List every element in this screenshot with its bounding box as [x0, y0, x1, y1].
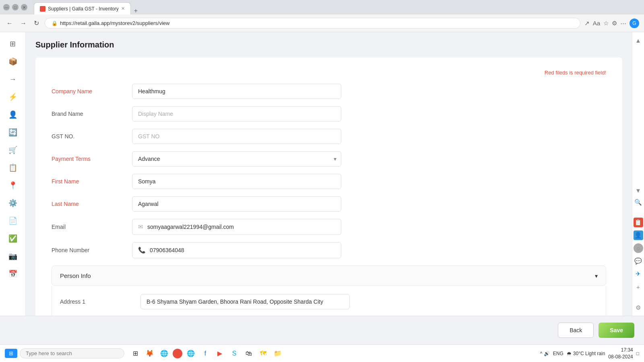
phone-row: Phone Number 📞	[52, 242, 606, 258]
taskbar-icon-maps[interactable]: 🗺	[257, 348, 269, 360]
sidebar-icon-arrow[interactable]: →	[5, 72, 21, 87]
address1-input[interactable]	[140, 294, 350, 309]
taskbar-icon-chrome[interactable]: 🌐	[185, 348, 197, 360]
back-nav-button[interactable]: ←	[5, 18, 14, 29]
company-name-input[interactable]	[132, 84, 341, 99]
first-name-row: First Name	[52, 174, 606, 189]
right-scroll-up-icon[interactable]: ▲	[634, 35, 643, 45]
taskbar-right: ^ 🔊 ENG 🌧 30°C Light rain 17:34 08-08-20…	[540, 347, 639, 360]
close-button[interactable]: ✕	[21, 4, 27, 10]
tab-close-icon[interactable]: ✕	[121, 6, 125, 11]
notification-icon[interactable]: □	[636, 351, 639, 356]
payment-terms-select[interactable]: Advance Net 30 Net 60 COD	[132, 151, 341, 167]
payment-terms-row: Payment Terms Advance Net 30 Net 60 COD …	[52, 151, 606, 167]
maximize-button[interactable]: □	[12, 4, 19, 10]
brand-name-input[interactable]	[132, 106, 341, 121]
taskbar-icon-files[interactable]: 📁	[272, 348, 284, 360]
sidebar-icon-cycle[interactable]: 🔄	[5, 125, 21, 140]
sidebar-icon-lightning[interactable]: ⚡	[5, 89, 21, 105]
taskbar-icon-skype[interactable]: S	[228, 348, 240, 360]
start-button[interactable]: ⊞	[5, 349, 17, 358]
taskbar: ⊞ ⊞ 🦊 🌐 🌐 f ▶ S 🛍 🗺 📁 ^ 🔊 ENG 🌧 30°C Lig…	[0, 344, 644, 362]
company-name-label: Company Name	[52, 88, 132, 95]
browser-titlebar: — □ ✕ Suppliers | Galla GST - Inventory …	[0, 0, 644, 14]
person-info-chevron-icon: ▾	[595, 273, 598, 279]
time: 17:34	[608, 347, 633, 354]
right-icon-msg[interactable]: 💬	[634, 256, 643, 266]
menu-icon[interactable]: ⋯	[620, 20, 626, 27]
payment-terms-label: Payment Terms	[52, 156, 132, 162]
address1-row: Address 1	[60, 294, 598, 309]
email-row: Email ✉	[52, 219, 606, 235]
sidebar-icon-settings[interactable]: ⚙️	[5, 195, 21, 211]
tab-title: Suppliers | Galla GST - Inventory	[48, 6, 119, 12]
sidebar-icon-camera[interactable]: 📷	[5, 249, 21, 264]
taskbar-icon-grid[interactable]: ⊞	[129, 348, 141, 360]
person-info-title: Person Info	[60, 272, 91, 279]
taskbar-language: ENG	[553, 351, 564, 356]
right-icon-blue[interactable]: 👤	[634, 230, 643, 240]
phone-input[interactable]	[150, 247, 335, 253]
back-button[interactable]: Back	[558, 323, 594, 338]
weather-info: 🌧 30°C Light rain	[567, 351, 605, 356]
brand-name-label: Brand Name	[52, 111, 132, 117]
sidebar-icon-inventory[interactable]: 📦	[5, 54, 21, 69]
right-icon-plus[interactable]: +	[634, 282, 643, 292]
tab-favicon	[40, 6, 45, 12]
taskbar-icon-edge[interactable]: 🌐	[158, 348, 170, 360]
url-bar[interactable]: 🔒 https://retail.galla.app/mystorev2/sup…	[45, 18, 580, 29]
read-icon[interactable]: Aa	[593, 20, 600, 27]
window-controls: — □ ✕	[3, 4, 27, 10]
last-name-input[interactable]	[132, 196, 341, 212]
sidebar-icon-location[interactable]: 📍	[5, 178, 21, 193]
weather-text: 30°C Light rain	[573, 351, 605, 356]
taskbar-icon-facebook[interactable]: f	[199, 348, 211, 360]
right-icon-settings[interactable]: ⚙	[634, 303, 643, 313]
right-panel: ▲ ▼ 🔍 📋 👤 ○ 💬 ✈ + ⚙	[632, 32, 644, 316]
right-icon-send[interactable]: ✈	[634, 269, 643, 279]
phone-icon: 📞	[138, 247, 146, 254]
email-icon: ✉	[138, 223, 143, 230]
sidebar-icon-dashboard[interactable]: ⊞	[5, 36, 21, 51]
minimize-button[interactable]: —	[3, 4, 10, 10]
refresh-button[interactable]: ↻	[32, 18, 41, 29]
profile-avatar[interactable]: G	[630, 19, 639, 28]
gst-no-input[interactable]	[132, 129, 341, 144]
taskbar-icon-store[interactable]: 🛍	[243, 348, 255, 360]
email-input-wrapper: ✉	[132, 219, 341, 235]
forward-nav-button[interactable]: →	[19, 18, 28, 29]
bottom-bar: Back Save	[0, 316, 644, 344]
right-icon-circle[interactable]: ○	[634, 243, 643, 253]
address1-label: Address 1	[60, 298, 140, 305]
phone-input-wrapper: 📞	[132, 242, 341, 258]
taskbar-icon-youtube[interactable]: ▶	[214, 348, 226, 360]
sidebar-icon-user[interactable]: 👤	[5, 107, 21, 122]
brand-name-row: Brand Name	[52, 106, 606, 121]
right-icon-red[interactable]: 📋	[634, 218, 643, 227]
active-tab[interactable]: Suppliers | Galla GST - Inventory ✕	[34, 2, 131, 14]
sidebar-icon-calendar[interactable]: 📅	[5, 266, 21, 282]
person-info-section-header[interactable]: Person Info ▾	[52, 265, 606, 286]
phone-label: Phone Number	[52, 247, 132, 253]
new-tab-button[interactable]: +	[131, 7, 141, 14]
company-name-row: Company Name	[52, 84, 606, 99]
sidebar-icon-clipboard[interactable]: 📋	[5, 160, 21, 175]
right-scroll-down-icon[interactable]: ▼	[634, 185, 643, 195]
sidebar-icon-cart[interactable]: 🛒	[5, 142, 21, 158]
sidebar-icon-tasks[interactable]: ✅	[5, 231, 21, 246]
tab-bar: Suppliers | Galla GST - Inventory ✕ +	[34, 0, 141, 14]
bookmark-icon[interactable]: ☆	[603, 20, 609, 27]
extensions-icon[interactable]: ⚙	[612, 20, 617, 27]
gst-no-label: GST NO.	[52, 133, 132, 140]
first-name-input[interactable]	[132, 174, 341, 189]
save-button[interactable]: Save	[599, 323, 634, 338]
last-name-row: Last Name	[52, 196, 606, 212]
taskbar-icon-firefox[interactable]: 🦊	[144, 348, 156, 360]
taskbar-search-input[interactable]	[20, 348, 124, 358]
sidebar-icon-report[interactable]: 📄	[5, 213, 21, 228]
person-info-section-body: Address 1 City State	[52, 286, 606, 316]
share-icon[interactable]: ↗	[584, 20, 590, 27]
taskbar-icon-red[interactable]	[173, 349, 182, 358]
email-input[interactable]	[147, 224, 335, 230]
right-search-icon[interactable]: 🔍	[634, 197, 643, 207]
